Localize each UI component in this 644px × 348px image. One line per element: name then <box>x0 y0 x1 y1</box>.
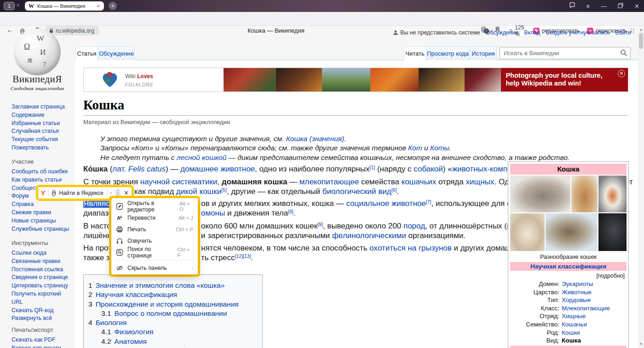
close-icon[interactable]: ✕ <box>634 3 639 10</box>
tab-history[interactable]: История <box>470 46 497 60</box>
sidebar-item-current-events[interactable]: Текущие события <box>12 136 71 144</box>
chevron-down-icon[interactable]: ˅ <box>17 3 19 8</box>
inline-link[interactable]: научной систематики <box>140 177 218 186</box>
reference-link[interactable]: [7] <box>426 199 431 205</box>
inline-link[interactable]: Коты <box>430 144 449 152</box>
menu-item-print[interactable]: Печать Ctrl + P <box>111 223 198 235</box>
address-bar[interactable]: ru.wikipedia.org <box>45 26 99 35</box>
sidebar-item-how-to-edit[interactable]: Как править статьи <box>12 176 71 184</box>
copy-icon[interactable] <box>110 190 112 196</box>
classification-header[interactable]: Научная классификация <box>510 262 627 271</box>
personal-link-login[interactable]: Войти <box>615 29 631 36</box>
sidebar-item-short-url[interactable]: Получить короткий URL <box>12 290 71 307</box>
popup-close-icon[interactable]: ✕ <box>124 189 129 196</box>
inline-link[interactable]: лат. <box>112 165 126 173</box>
inline-link[interactable]: социальное животное <box>346 199 426 208</box>
inline-link[interactable]: биологический вид <box>322 187 391 196</box>
menu-icon[interactable]: ≡ <box>586 3 590 10</box>
new-tab-button[interactable]: + <box>109 2 117 10</box>
details-link[interactable]: [подробно] <box>510 271 627 280</box>
taxon-link[interactable]: Кошачьи <box>562 320 587 329</box>
reference-link[interactable]: [12][13] <box>235 253 251 259</box>
tab-close-icon[interactable]: ✕ <box>96 3 100 9</box>
sidebar-item-special-pages[interactable]: Служебные страницы <box>12 225 71 234</box>
toc-item[interactable]: 4Биология <box>84 318 262 327</box>
sidebar-item-main-page[interactable]: Заглавная страница <box>12 103 71 111</box>
inline-link[interactable]: фелинологическими <box>332 231 406 240</box>
personal-link-create-account[interactable]: Создать учётную запись <box>546 29 610 36</box>
chat-icon[interactable] <box>569 2 575 10</box>
tab-read[interactable]: Читать <box>404 46 426 60</box>
inline-link[interactable]: Кот <box>408 144 422 152</box>
sidebar-item-recent-changes[interactable]: Свежие правки <box>12 209 71 217</box>
sidebar-item-contents[interactable]: Содержание <box>12 111 71 120</box>
banner-close-icon[interactable]: ✕ <box>618 70 625 77</box>
toc-item[interactable]: 2Научная классификация <box>84 290 262 299</box>
browser-tab[interactable]: W Кошка — Википедия ✕ <box>25 1 104 11</box>
sidebar-item-random[interactable]: Случайная статья <box>12 127 71 136</box>
inline-link[interactable]: млекопитающее <box>299 177 359 186</box>
inline-link[interactable]: домашнее животное <box>180 165 255 173</box>
menu-item-open-in-editor[interactable]: Открыть в редакторе Alt + O <box>111 200 198 212</box>
menu-item-hide-panel[interactable]: Скрыть панель › <box>111 262 198 274</box>
inline-link[interactable]: Кошка (значения) <box>286 135 345 143</box>
find-in-yandex-button[interactable]: Найти в Яндексе <box>59 190 104 196</box>
sidebar-item-donate[interactable]: Пожертвовать <box>12 144 71 152</box>
sidebar-item-related-changes[interactable]: Связанные правки <box>12 257 71 266</box>
wlf-banner[interactable]: Wiki Loves FOLKLORE Photograph your loca… <box>83 68 628 92</box>
inline-link[interactable]: охотиться на грызунов <box>369 244 451 252</box>
reference-link[interactable]: [8] <box>288 209 293 214</box>
toc-item[interactable]: 1Значение и этимология слова «кошка» <box>84 281 262 290</box>
sidebar-item-cite-page[interactable]: Цитировать страницу <box>12 282 71 290</box>
taxon-link[interactable]: Животные <box>562 288 592 297</box>
toc-item[interactable]: 4.2.1Неизученные области <box>84 346 262 348</box>
inline-link[interactable]: лесной кошкой <box>177 154 226 161</box>
inline-link[interactable]: хищных <box>466 177 494 186</box>
toc-item[interactable]: 3.1Вопрос о полном одомашнивании <box>84 309 262 318</box>
tab-view-source[interactable]: Просмотр кода <box>426 46 469 60</box>
taxon-link[interactable]: Млекопитающие <box>562 304 610 313</box>
search-icon[interactable] <box>620 49 627 57</box>
inline-link[interactable]: омоны <box>201 209 225 217</box>
sidebar-item-printable-version[interactable]: Версия для печати <box>12 344 71 348</box>
taxon-link[interactable]: Хордовые <box>562 296 591 304</box>
inline-link[interactable]: дикой кошки <box>176 187 221 196</box>
restore-icon[interactable] <box>618 3 623 10</box>
reference-link[interactable]: [6] <box>391 187 397 193</box>
tab-counter-button[interactable]: 1 <box>4 2 15 10</box>
minimize-icon[interactable]: — <box>601 3 607 10</box>
personal-link-contributions[interactable]: Вклад <box>524 29 540 36</box>
reference-link[interactable]: [9] <box>317 222 323 227</box>
sidebar-item-report-error[interactable]: Сообщить об ошибке <box>12 168 71 176</box>
toc-item[interactable]: 4.1Физиология <box>84 327 262 337</box>
menu-item-translate[interactable]: A Перевести Alt + J <box>111 212 198 223</box>
menu-item-find-on-page[interactable]: Поиск по странице Ctrl + F <box>111 246 198 258</box>
taxon-link[interactable]: Эукариоты <box>562 280 593 288</box>
sidebar-item-featured[interactable]: Избранные статьи <box>12 120 71 128</box>
toc-item[interactable]: 3Происхождение и история одомашнивания <box>84 300 262 309</box>
wikipedia-globe-logo[interactable]: Ω W И 7 維 <box>14 29 61 75</box>
inline-link[interactable]: Felis catus <box>128 165 166 173</box>
taxon-link[interactable]: Кошки <box>562 329 580 337</box>
window-scrollbar[interactable]: ▲ ▼ <box>638 26 644 348</box>
inline-link[interactable]: кошачьих <box>402 177 437 186</box>
toc-item[interactable]: 4.2Анатомия <box>84 337 262 346</box>
tab-article[interactable]: Статья <box>75 46 98 60</box>
wiki-search-input[interactable] <box>500 47 631 59</box>
personal-link-discussion[interactable]: Обсуждение <box>486 29 519 36</box>
reference-link[interactable]: [1] <box>370 165 375 170</box>
sidebar-item-what-links-here[interactable]: Ссылки сюда <box>12 249 71 257</box>
scroll-up-icon[interactable]: ▲ <box>638 27 644 33</box>
sidebar-item-permanent-link[interactable]: Постоянная ссылка <box>12 266 71 274</box>
taxon-link[interactable]: Хищные <box>562 312 586 320</box>
sidebar-item-expand-all[interactable]: Развернуть всё <box>12 314 71 323</box>
sidebar-item-page-info[interactable]: Сведения о странице <box>12 274 71 282</box>
sidebar-item-help[interactable]: Справка <box>12 200 71 209</box>
tab-discussion[interactable]: Обсуждение <box>98 46 135 60</box>
sidebar-item-new-pages[interactable]: Новые страницы <box>12 217 71 225</box>
back-icon[interactable]: ← <box>6 26 13 34</box>
inline-link[interactable]: собакой <box>414 165 443 173</box>
scrollbar-thumb[interactable] <box>639 33 643 49</box>
scroll-down-icon[interactable]: ▼ <box>638 341 644 347</box>
sidebar-item-download-pdf[interactable]: Скачать как PDF <box>12 336 71 344</box>
